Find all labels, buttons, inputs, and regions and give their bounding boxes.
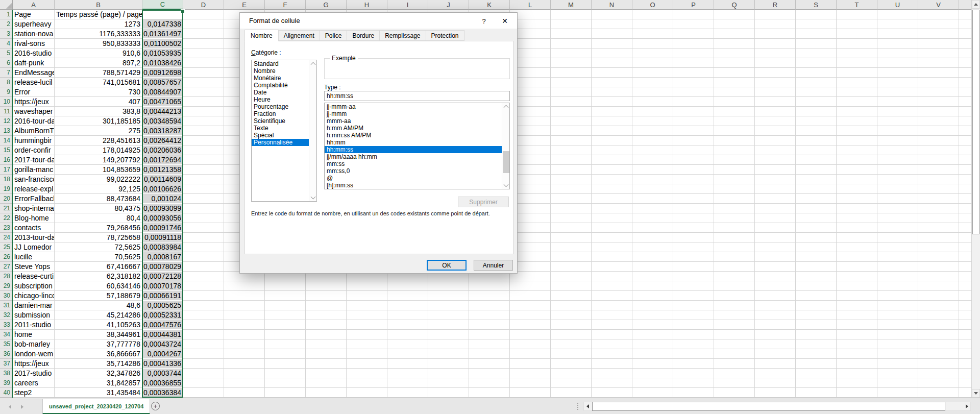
type-option-9[interactable]: mm:ss,0 <box>325 167 502 175</box>
cell-C8[interactable]: 0,00857657 <box>142 78 183 87</box>
cell-N1[interactable] <box>592 10 632 19</box>
cell-R20[interactable] <box>755 194 796 204</box>
cell-Q17[interactable] <box>714 165 755 175</box>
cell-O40[interactable] <box>632 388 673 398</box>
cell-D28[interactable] <box>183 272 224 281</box>
cell-P12[interactable] <box>673 116 714 126</box>
cell-S28[interactable] <box>796 272 837 281</box>
vertical-scrollbar[interactable] <box>971 0 980 398</box>
add-sheet-button[interactable]: + <box>151 402 160 410</box>
cell-V9[interactable] <box>918 87 959 97</box>
cell-A34[interactable]: home <box>13 330 55 339</box>
cell-Q14[interactable] <box>714 136 755 145</box>
ok-button[interactable]: OK <box>427 260 467 271</box>
row-header-22[interactable]: 22 <box>0 213 13 223</box>
cell-L38[interactable] <box>510 369 551 378</box>
cell-C27[interactable]: 0,00078029 <box>142 262 183 272</box>
cell-Q5[interactable] <box>714 48 755 58</box>
cell-N37[interactable] <box>592 359 632 369</box>
cell-partial-24[interactable] <box>959 233 971 242</box>
cell-R22[interactable] <box>755 213 796 223</box>
category-option-1[interactable]: Nombre <box>252 67 309 75</box>
cell-V29[interactable] <box>918 281 959 291</box>
cell-T6[interactable] <box>837 58 877 68</box>
cell-B35[interactable]: 37,777778 <box>55 339 142 349</box>
cell-V6[interactable] <box>918 58 959 68</box>
cell-A26[interactable]: lucille <box>13 252 55 262</box>
dialog-tab-1[interactable]: Alignement <box>278 30 320 41</box>
dialog-titlebar[interactable]: Format de cellule <box>240 13 517 29</box>
cell-M24[interactable] <box>551 233 592 242</box>
cell-V3[interactable] <box>918 29 959 39</box>
tab-splitter-grip[interactable] <box>577 403 578 410</box>
cell-N16[interactable] <box>592 155 632 165</box>
cell-U21[interactable] <box>877 204 918 213</box>
cell-K38[interactable] <box>469 369 510 378</box>
cell-S7[interactable] <box>796 68 837 78</box>
cell-Q6[interactable] <box>714 58 755 68</box>
cell-P31[interactable] <box>673 301 714 310</box>
cell-P10[interactable] <box>673 97 714 107</box>
cell-C10[interactable]: 0,00471065 <box>142 97 183 107</box>
cell-R16[interactable] <box>755 155 796 165</box>
type-input[interactable] <box>324 91 510 101</box>
cell-U17[interactable] <box>877 165 918 175</box>
cell-L37[interactable] <box>510 359 551 369</box>
cell-Q29[interactable] <box>714 281 755 291</box>
cell-M23[interactable] <box>551 223 592 233</box>
cell-Q34[interactable] <box>714 330 755 339</box>
cell-Q32[interactable] <box>714 310 755 320</box>
cell-T9[interactable] <box>837 87 877 97</box>
row-header-40[interactable]: 40 <box>0 388 13 398</box>
category-option-5[interactable]: Heure <box>252 96 309 103</box>
active-sheet-tab[interactable]: unsaved_project_20230420_120704 <box>42 399 150 414</box>
cell-N8[interactable] <box>592 78 632 87</box>
cell-D20[interactable] <box>183 194 224 204</box>
cell-B33[interactable]: 41,105263 <box>55 320 142 330</box>
cell-K31[interactable] <box>469 301 510 310</box>
cell-partial-19[interactable] <box>959 184 971 194</box>
cell-P36[interactable] <box>673 349 714 359</box>
cell-U24[interactable] <box>877 233 918 242</box>
col-header-partial[interactable] <box>959 0 971 10</box>
cell-P3[interactable] <box>673 29 714 39</box>
cell-D32[interactable] <box>183 310 224 320</box>
cell-R21[interactable] <box>755 204 796 213</box>
row-header-14[interactable]: 14 <box>0 136 13 145</box>
type-option-8[interactable]: mm:ss <box>325 160 502 167</box>
cell-O4[interactable] <box>632 39 673 48</box>
cell-D36[interactable] <box>183 349 224 359</box>
cell-V4[interactable] <box>918 39 959 48</box>
cell-R2[interactable] <box>755 19 796 29</box>
cell-partial-12[interactable] <box>959 116 971 126</box>
cell-K34[interactable] <box>469 330 510 339</box>
cell-S32[interactable] <box>796 310 837 320</box>
cell-O30[interactable] <box>632 291 673 301</box>
cell-B22[interactable]: 80,4 <box>55 213 142 223</box>
cell-C19[interactable]: 0,00106626 <box>142 184 183 194</box>
cell-M25[interactable] <box>551 242 592 252</box>
cell-V32[interactable] <box>918 310 959 320</box>
col-header-N[interactable]: N <box>592 0 632 10</box>
category-option-7[interactable]: Fraction <box>252 110 309 117</box>
cell-partial-16[interactable] <box>959 155 971 165</box>
close-icon[interactable]: ✕ <box>500 16 510 26</box>
scroll-up-button[interactable] <box>972 0 980 9</box>
cell-N14[interactable] <box>592 136 632 145</box>
cell-C22[interactable]: 0,00093056 <box>142 213 183 223</box>
cell-A28[interactable]: release-curti <box>13 272 55 281</box>
cell-D13[interactable] <box>183 126 224 136</box>
cell-U18[interactable] <box>877 175 918 184</box>
cell-P34[interactable] <box>673 330 714 339</box>
cell-O13[interactable] <box>632 126 673 136</box>
cell-E35[interactable] <box>224 339 265 349</box>
cell-S26[interactable] <box>796 252 837 262</box>
cell-J33[interactable] <box>428 320 469 330</box>
cell-U34[interactable] <box>877 330 918 339</box>
cell-R32[interactable] <box>755 310 796 320</box>
cell-F38[interactable] <box>265 369 306 378</box>
cell-M5[interactable] <box>551 48 592 58</box>
cell-R26[interactable] <box>755 252 796 262</box>
type-option-6[interactable]: hh:mm:ss <box>325 146 502 153</box>
cell-partial-11[interactable] <box>959 107 971 116</box>
